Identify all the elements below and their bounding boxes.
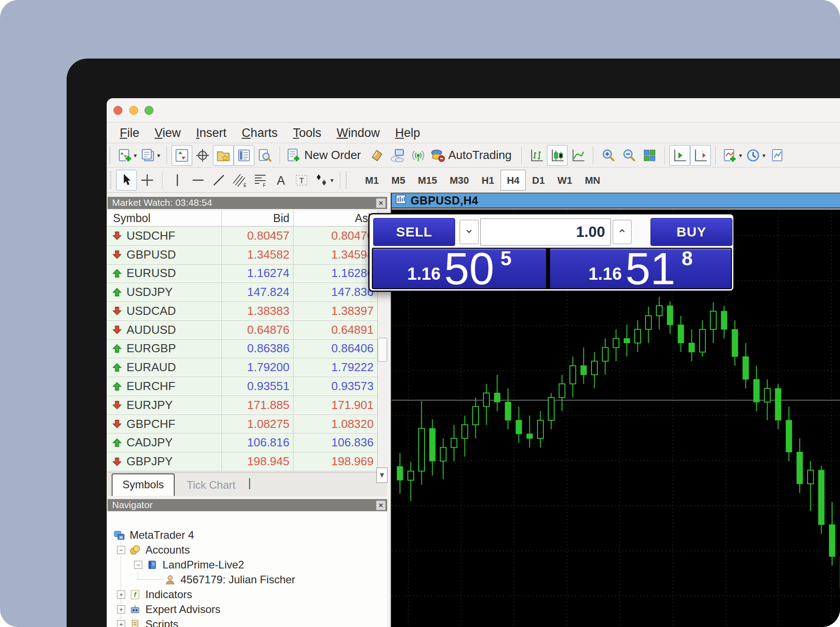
market-watch-row-euraud[interactable]: EURAUD1.792001.79222 bbox=[108, 358, 377, 377]
periods-button[interactable]: ▾ bbox=[744, 145, 767, 166]
menu-file[interactable]: File bbox=[112, 123, 147, 143]
buy-price-panel[interactable]: 1.16 51 8 bbox=[550, 249, 731, 288]
menu-insert[interactable]: Insert bbox=[189, 123, 235, 143]
market-watch-row-eurgbp[interactable]: EURGBP0.863860.86406 bbox=[108, 340, 377, 359]
navigator-item-scripts[interactable]: +Scripts bbox=[117, 617, 178, 627]
templates-button[interactable] bbox=[768, 145, 788, 166]
menu-help[interactable]: Help bbox=[388, 123, 428, 143]
crosshair-button[interactable] bbox=[137, 170, 158, 191]
close-window-button[interactable] bbox=[113, 106, 122, 115]
tab-tick-chart[interactable]: Tick Chart bbox=[180, 476, 243, 494]
volume-input[interactable] bbox=[480, 218, 611, 245]
dropdown-caret-icon[interactable]: ▾ bbox=[330, 177, 334, 184]
data-window-button[interactable] bbox=[192, 145, 213, 166]
strategy-tester-button[interactable] bbox=[254, 145, 275, 166]
navigator-item-4567179-julian-fischer[interactable]: 4567179: Julian Fischer bbox=[165, 572, 295, 587]
zoom-window-button[interactable] bbox=[145, 106, 154, 115]
navigator-item-metatrader-4[interactable]: MMetaTrader 4 bbox=[114, 527, 194, 542]
dropdown-caret-icon[interactable]: ▾ bbox=[762, 152, 765, 159]
close-icon[interactable]: × bbox=[376, 198, 386, 208]
sell-button[interactable]: SELL bbox=[373, 218, 455, 246]
timeframe-m30[interactable]: M30 bbox=[443, 170, 475, 191]
expand-icon[interactable]: + bbox=[117, 620, 125, 627]
market-watch-row-usdchf[interactable]: USDCHF0.804570.80470 bbox=[108, 227, 377, 245]
horizontal-line-button[interactable] bbox=[188, 170, 208, 191]
dropdown-caret-icon[interactable]: ▾ bbox=[157, 152, 160, 159]
navigator-item-landprime-live2[interactable]: −LandPrime-Live2 bbox=[134, 557, 244, 572]
zoom-in-button[interactable] bbox=[598, 145, 619, 166]
column-header-ask[interactable]: Ask bbox=[294, 210, 377, 226]
market-watch-row-audusd[interactable]: AUDUSD0.648760.64891 bbox=[108, 321, 377, 340]
sell-price-big: 50 bbox=[444, 249, 494, 288]
timeframe-d1[interactable]: D1 bbox=[526, 170, 551, 191]
expand-icon[interactable]: + bbox=[117, 591, 125, 599]
menu-charts[interactable]: Charts bbox=[234, 123, 285, 143]
column-header-symbol[interactable]: Symbol bbox=[108, 210, 222, 226]
scrollbar-down-button[interactable]: ▼ bbox=[376, 468, 388, 483]
market-watch-row-gbpchf[interactable]: GBPCHF1.082751.08320 bbox=[108, 415, 377, 434]
fibonacci-button[interactable]: F bbox=[250, 170, 271, 191]
market-watch-row-gbpusd[interactable]: GBPUSD1.345821.34594 bbox=[108, 245, 377, 264]
navigator-button[interactable] bbox=[213, 145, 234, 166]
timeframe-w1[interactable]: W1 bbox=[551, 170, 578, 191]
cursor-button[interactable] bbox=[116, 170, 137, 191]
column-header-bid[interactable]: Bid bbox=[222, 210, 294, 226]
signals-button[interactable] bbox=[408, 145, 429, 166]
collapse-icon[interactable]: − bbox=[134, 561, 142, 569]
profiles-button[interactable]: ▾ bbox=[139, 145, 162, 166]
volume-increase-button[interactable] bbox=[613, 220, 632, 244]
terminal-button[interactable] bbox=[234, 145, 254, 166]
expand-icon[interactable]: + bbox=[117, 605, 125, 613]
auto-scroll-button[interactable] bbox=[669, 145, 690, 166]
new-chart-button[interactable]: ▾ bbox=[115, 145, 139, 166]
sell-price-panel[interactable]: 1.16 50 5 bbox=[373, 249, 546, 288]
dropdown-caret-icon[interactable]: ▾ bbox=[739, 152, 742, 159]
trend-line-button[interactable] bbox=[208, 170, 229, 191]
chart-shift-button[interactable] bbox=[690, 145, 711, 166]
timeframe-h4[interactable]: H4 bbox=[501, 170, 526, 191]
bid-value: 0.86386 bbox=[222, 340, 294, 358]
timeframe-mn[interactable]: MN bbox=[578, 170, 606, 191]
buy-button[interactable]: BUY bbox=[650, 218, 732, 246]
vertical-line-button[interactable] bbox=[167, 170, 188, 191]
navigator-item-indicators[interactable]: +fIndicators bbox=[117, 587, 192, 602]
virtual-hosting-button[interactable] bbox=[387, 145, 408, 166]
minimize-window-button[interactable] bbox=[129, 106, 138, 115]
dropdown-caret-icon[interactable]: ▾ bbox=[134, 152, 137, 159]
line-chart-button[interactable] bbox=[568, 145, 588, 166]
indicators-button[interactable]: ▾ bbox=[720, 145, 744, 166]
market-watch-row-eurusd[interactable]: EURUSD1.162741.16286 bbox=[108, 264, 377, 283]
market-watch-row-eurjpy[interactable]: EURJPY171.885171.901 bbox=[108, 396, 377, 415]
zoom-out-button[interactable] bbox=[619, 145, 639, 166]
collapse-icon[interactable]: − bbox=[117, 546, 125, 554]
market-watch-row-eurchf[interactable]: EURCHF0.935510.93573 bbox=[108, 377, 377, 396]
timeframe-m5[interactable]: M5 bbox=[385, 170, 412, 191]
menu-window[interactable]: Window bbox=[329, 123, 388, 143]
menu-view[interactable]: View bbox=[147, 123, 189, 143]
market-watch-button[interactable] bbox=[172, 145, 192, 166]
market-watch-row-cadjpy[interactable]: CADJPY106.816106.836 bbox=[108, 433, 377, 452]
text-label-button[interactable]: T bbox=[291, 170, 312, 191]
timeframe-m1[interactable]: M1 bbox=[359, 170, 385, 191]
depth-of-market-button[interactable] bbox=[366, 145, 387, 166]
menu-tools[interactable]: Tools bbox=[285, 123, 329, 143]
equidistant-channel-button[interactable]: E bbox=[229, 170, 250, 191]
market-watch-row-usdcad[interactable]: USDCAD1.383831.38397 bbox=[108, 302, 377, 321]
new-order-button[interactable]: New Order bbox=[285, 145, 366, 166]
close-icon[interactable]: × bbox=[376, 500, 386, 510]
market-watch-row-gbpjpy[interactable]: GBPJPY198.945198.969 bbox=[108, 452, 377, 471]
bar-chart-button[interactable] bbox=[526, 145, 547, 166]
candle-chart-button[interactable] bbox=[547, 145, 568, 166]
navigator-item-accounts[interactable]: −Accounts bbox=[117, 542, 190, 557]
volume-decrease-button[interactable] bbox=[460, 220, 479, 244]
navigator-item-expert-advisors[interactable]: +Expert Advisors bbox=[117, 602, 221, 617]
tab-symbols[interactable]: Symbols bbox=[112, 473, 175, 496]
autotrading-button[interactable]: AutoTrading bbox=[429, 145, 517, 166]
scrollbar-thumb[interactable] bbox=[378, 338, 387, 362]
market-watch-row-usdjpy[interactable]: USDJPY147.824147.836 bbox=[108, 283, 377, 302]
tile-windows-button[interactable] bbox=[639, 145, 660, 166]
arrows-button[interactable]: ▾ bbox=[312, 170, 335, 191]
timeframe-m15[interactable]: M15 bbox=[411, 170, 443, 191]
timeframe-h1[interactable]: H1 bbox=[475, 170, 501, 191]
text-button[interactable]: A bbox=[271, 170, 291, 191]
